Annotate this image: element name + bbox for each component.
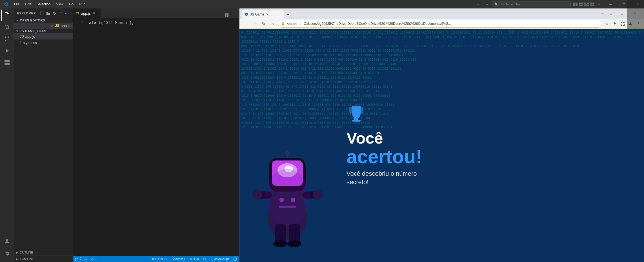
collapse-all-icon[interactable] bbox=[58, 11, 63, 16]
language-name: JavaScript bbox=[214, 257, 229, 261]
svg-rect-3 bbox=[579, 5, 583, 6]
project-section-header[interactable]: ▼ JS GAME_FILES bbox=[14, 29, 73, 33]
browser-nav-row: ← → ↻ ⌂ 🔒 Arquivo | C:/Users/eg20935/One… bbox=[239, 19, 644, 28]
svg-rect-5 bbox=[587, 3, 589, 4]
menu-go[interactable]: Go bbox=[66, 2, 76, 6]
svg-rect-0 bbox=[573, 3, 575, 6]
error-count: 0 bbox=[88, 257, 89, 261]
open-editors-section[interactable]: ▼ OPEN EDITORS bbox=[14, 18, 73, 23]
svg-rect-1 bbox=[576, 3, 578, 6]
search-bar[interactable]: 🔍 JS Game JS Game_files bbox=[492, 1, 571, 7]
activity-settings-icon[interactable] bbox=[1, 248, 12, 259]
open-editor-appjs[interactable]: ✕ JS app.js bbox=[14, 23, 73, 29]
menu-edit[interactable]: Edit bbox=[22, 2, 34, 6]
status-left: 0 ⊗ 0 ⚠ 0 bbox=[75, 257, 97, 261]
browser-tab-title: JS Game bbox=[250, 12, 264, 16]
split-editor-button[interactable] bbox=[223, 12, 230, 18]
lock-icon: 🔒 bbox=[281, 22, 285, 26]
menu-more[interactable]: ... bbox=[88, 2, 97, 6]
minimize-button[interactable]: — bbox=[604, 0, 617, 8]
outline-chevron: ► bbox=[16, 251, 19, 254]
svg-point-13 bbox=[5, 40, 6, 41]
trophy-container bbox=[347, 104, 366, 125]
indentation[interactable]: Spaces: 4 bbox=[172, 257, 185, 261]
more-tabs-button[interactable]: ⋯ bbox=[231, 12, 237, 18]
new-tab-button[interactable]: + bbox=[284, 11, 292, 19]
tab-close-button[interactable]: ✕ bbox=[92, 11, 96, 16]
download-icon[interactable] bbox=[611, 20, 618, 27]
browser-minimize-button[interactable]: — bbox=[598, 10, 606, 17]
activity-search-icon[interactable] bbox=[1, 21, 12, 33]
nav-forward-button[interactable]: → bbox=[483, 1, 491, 7]
activity-source-control-icon[interactable] bbox=[1, 33, 12, 45]
sidebar-header-icons: ⋯ bbox=[39, 11, 69, 16]
browser-home-button[interactable]: ⌂ bbox=[269, 20, 277, 28]
cursor-position[interactable]: Ln 1, Col 20 bbox=[150, 257, 167, 261]
activity-extensions-icon[interactable] bbox=[1, 57, 12, 68]
svg-point-36 bbox=[273, 240, 287, 247]
activity-run-icon[interactable] bbox=[1, 45, 12, 56]
svg-rect-4 bbox=[584, 3, 586, 4]
browser-tab-close-button[interactable]: ✕ bbox=[266, 12, 269, 16]
search-placeholder: JS Game_files bbox=[500, 3, 520, 6]
refresh-icon[interactable] bbox=[52, 11, 57, 16]
browser-back-button[interactable]: ← bbox=[242, 20, 250, 28]
menu-view[interactable]: View bbox=[53, 2, 66, 6]
nav-back-button[interactable]: ← bbox=[474, 1, 482, 7]
line-numbers: 1 bbox=[73, 18, 87, 256]
outline-section: ► OUTLINE bbox=[14, 249, 73, 256]
outline-label: OUTLINE bbox=[20, 251, 33, 254]
sidebar-header: EXPLORER ⋯ bbox=[14, 8, 73, 18]
title-bar: File Edit Selection View Go Run ... ← → … bbox=[0, 0, 644, 8]
bookmark-star-icon[interactable]: ☆ bbox=[603, 20, 610, 27]
tab-appjs[interactable]: JS app.js ✕ bbox=[73, 8, 101, 18]
file-appjs[interactable]: JS app.js bbox=[14, 33, 73, 39]
code-area[interactable]: alert('Olá Mundo'); bbox=[87, 18, 239, 256]
close-file-icon[interactable]: ✕ bbox=[50, 24, 54, 28]
address-separator: | bbox=[300, 22, 301, 25]
sidebar: EXPLORER ⋯ ▼ OPEN EDITORS bbox=[14, 8, 73, 262]
code-editor[interactable]: 1 alert('Olá Mundo'); bbox=[73, 18, 239, 256]
more-actions-icon[interactable]: ⋯ bbox=[64, 11, 69, 16]
notifications-icon[interactable] bbox=[233, 257, 237, 261]
errors-status[interactable]: ⊗ 0 ⚠ 0 bbox=[84, 257, 96, 261]
browser-forward-button[interactable]: → bbox=[251, 20, 259, 28]
browser-address-bar[interactable]: 🔒 Arquivo | C:/Users/eg20935/OneDrive-De… bbox=[278, 20, 602, 28]
new-file-icon[interactable] bbox=[39, 11, 45, 16]
language-mode[interactable]: {} JavaScript bbox=[211, 257, 229, 261]
layout-more-button[interactable]: ⋯ bbox=[596, 1, 601, 7]
outline-header[interactable]: ► OUTLINE bbox=[14, 249, 73, 256]
menu-selection[interactable]: Selection bbox=[34, 2, 53, 6]
voce-heading: Você bbox=[347, 129, 383, 147]
project-chevron: ▼ bbox=[16, 30, 19, 33]
timeline-header[interactable]: ► TIMELINE bbox=[14, 256, 73, 262]
address-label: Arquivo bbox=[287, 22, 297, 25]
code-str: 'Olá Mundo' bbox=[103, 21, 129, 25]
project-label: JS GAME_FILES bbox=[20, 29, 46, 33]
line-ending[interactable]: LF bbox=[203, 257, 207, 261]
svg-rect-43 bbox=[352, 120, 361, 122]
activity-profile-icon[interactable] bbox=[1, 235, 12, 247]
activity-explorer-icon[interactable] bbox=[1, 10, 12, 21]
tab-filename: app.js bbox=[81, 11, 91, 16]
editor-area: JS app.js ✕ ⋯ 1 alert('Olá Mundo'); bbox=[73, 8, 239, 256]
extensions-browser-icon[interactable] bbox=[619, 20, 626, 27]
browser-reload-button[interactable]: ↻ bbox=[260, 20, 268, 28]
browser-tab-jsgame[interactable]: JS JS Game ✕ bbox=[242, 10, 284, 19]
encoding[interactable]: UTF-8 bbox=[190, 257, 199, 261]
menu-items: File Edit Selection View Go Run ... bbox=[11, 2, 97, 6]
file-stylecss[interactable]: # style.css bbox=[14, 39, 73, 46]
git-branch-status[interactable]: 0 bbox=[75, 257, 81, 261]
menu-file[interactable]: File bbox=[11, 2, 22, 6]
new-folder-icon[interactable] bbox=[46, 11, 51, 16]
open-editors-chevron: ▼ bbox=[16, 19, 19, 22]
svg-rect-6 bbox=[584, 5, 589, 6]
menu-run[interactable]: Run bbox=[76, 2, 88, 6]
tab-bar: JS app.js ✕ ⋯ bbox=[73, 8, 239, 18]
css-file-icon: # bbox=[20, 41, 21, 44]
browser-maximize-button[interactable]: □ bbox=[607, 10, 615, 17]
svg-point-37 bbox=[287, 240, 301, 247]
browser-window-maximize-button[interactable]: □ bbox=[615, 9, 628, 18]
browser-panel: JS JS Game ✕ + — □ □ ✕ ← → ↻ ⌂ bbox=[239, 8, 644, 262]
file-stylecss-name: style.css bbox=[23, 41, 37, 45]
